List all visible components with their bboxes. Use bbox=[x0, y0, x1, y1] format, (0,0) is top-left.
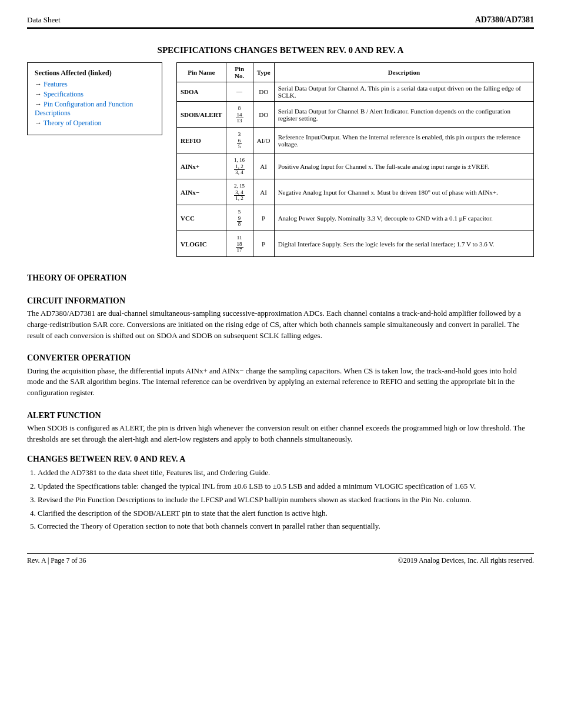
cell-name: REFIO bbox=[177, 128, 226, 153]
table-row: VLOGIC111817PDigital Interface Supply. S… bbox=[177, 231, 534, 257]
cell-desc: Serial Data Output for Channel B / Alert… bbox=[274, 102, 533, 128]
cell-pins: 111817 bbox=[226, 231, 253, 257]
contents-link-2[interactable]: Pin Configuration and Function Descripti… bbox=[35, 100, 133, 117]
cell-name: VCC bbox=[177, 205, 226, 231]
cell-desc: Analog Power Supply. Nominally 3.3 V; de… bbox=[274, 205, 533, 231]
th-name: Pin Name bbox=[177, 63, 226, 82]
contents-heading: Sections Affected (linked) bbox=[35, 69, 155, 78]
table-row: VCC598PAnalog Power Supply. Nominally 3.… bbox=[177, 205, 534, 231]
cell-type: DO bbox=[253, 102, 274, 128]
table-header-row: Pin Name Pin No. Type Description bbox=[177, 63, 534, 82]
changes-heading: CHANGES BETWEEN REV. 0 AND REV. A bbox=[27, 453, 534, 465]
changes-item: Corrected the Theory of Operation sectio… bbox=[38, 521, 534, 532]
cell-desc: Negative Analog Input for Channel x. Mus… bbox=[274, 179, 533, 205]
cell-type: AI bbox=[253, 179, 274, 205]
body-p3: When SDOB is configured as ALERT, the pi… bbox=[27, 423, 534, 445]
contents-link-0[interactable]: Features bbox=[44, 80, 68, 88]
cell-name: SDOA bbox=[177, 82, 226, 102]
table-row: REFIO365AI/OReference Input/Output. When… bbox=[177, 128, 534, 153]
th-type: Type bbox=[253, 63, 274, 82]
header-left: Data Sheet bbox=[27, 15, 61, 25]
changes-item: Added the AD7381 to the data sheet title… bbox=[38, 467, 534, 479]
body-p1: The AD7380/AD7381 are dual-channel simul… bbox=[27, 308, 534, 342]
cell-type: DO bbox=[253, 82, 274, 102]
cell-type: P bbox=[253, 205, 274, 231]
changes-item: Updated the Specifications table: change… bbox=[38, 481, 534, 492]
body-heading-1: THEORY OF OPERATION bbox=[27, 272, 534, 284]
pin-table: Pin Name Pin No. Type Description SDOA—D… bbox=[176, 62, 534, 257]
cell-pins: 365 bbox=[226, 128, 253, 153]
cell-type: AI/O bbox=[253, 128, 274, 153]
contents-box: Sections Affected (linked) → Features → … bbox=[27, 62, 162, 135]
contents-link-1[interactable]: Specifications bbox=[44, 90, 84, 98]
footer-left: Rev. A | Page 7 of 36 bbox=[27, 556, 86, 565]
th-desc: Description bbox=[274, 63, 533, 82]
body-p2: During the acquisition phase, the differ… bbox=[27, 366, 534, 399]
body-sub-1: CIRCUIT INFORMATION bbox=[27, 295, 534, 307]
footer-right: ©2019 Analog Devices, Inc. All rights re… bbox=[398, 556, 534, 565]
cell-type: AI bbox=[253, 153, 274, 179]
cell-pins: 598 bbox=[226, 205, 253, 231]
cell-type: P bbox=[253, 231, 274, 257]
changes-item: Revised the Pin Function Descriptions to… bbox=[38, 495, 534, 506]
cell-name: AINx+ bbox=[177, 153, 226, 179]
th-pins: Pin No. bbox=[226, 63, 253, 82]
contents-link-3[interactable]: Theory of Operation bbox=[44, 119, 102, 127]
table-row: AINx+1, 161, 23, 4AIPositive Analog Inpu… bbox=[177, 153, 534, 179]
cell-pins: 1, 161, 23, 4 bbox=[226, 153, 253, 179]
cell-pins: — bbox=[226, 82, 253, 102]
cell-desc: Digital Interface Supply. Sets the logic… bbox=[274, 231, 533, 257]
changes-item: Clarified the description of the SDOB/AL… bbox=[38, 508, 534, 519]
cell-name: AINx− bbox=[177, 179, 226, 205]
cell-pins: 81413 bbox=[226, 102, 253, 128]
cell-desc: Serial Data Output for Channel A. This p… bbox=[274, 82, 533, 102]
cell-name: SDOB/ALERT bbox=[177, 102, 226, 128]
cell-desc: Positive Analog Input for Channel x. The… bbox=[274, 153, 533, 179]
changes-list: Added the AD7381 to the data sheet title… bbox=[38, 467, 534, 532]
header-rule bbox=[27, 27, 534, 29]
cell-desc: Reference Input/Output. When the interna… bbox=[274, 128, 533, 153]
cell-pins: 2, 153, 41, 2 bbox=[226, 179, 253, 205]
table-row: AINx−2, 153, 41, 2AINegative Analog Inpu… bbox=[177, 179, 534, 205]
body-sub-3: ALERT FUNCTION bbox=[27, 410, 534, 422]
table-row: SDOA—DOSerial Data Output for Channel A.… bbox=[177, 82, 534, 102]
header-right: AD7380/AD7381 bbox=[475, 15, 534, 25]
cell-name: VLOGIC bbox=[177, 231, 226, 257]
table-row: SDOB/ALERT81413DOSerial Data Output for … bbox=[177, 102, 534, 128]
body-sub-2: CONVERTER OPERATION bbox=[27, 352, 534, 364]
section-title: SPECIFICATIONS CHANGES BETWEEN REV. 0 AN… bbox=[27, 45, 534, 55]
